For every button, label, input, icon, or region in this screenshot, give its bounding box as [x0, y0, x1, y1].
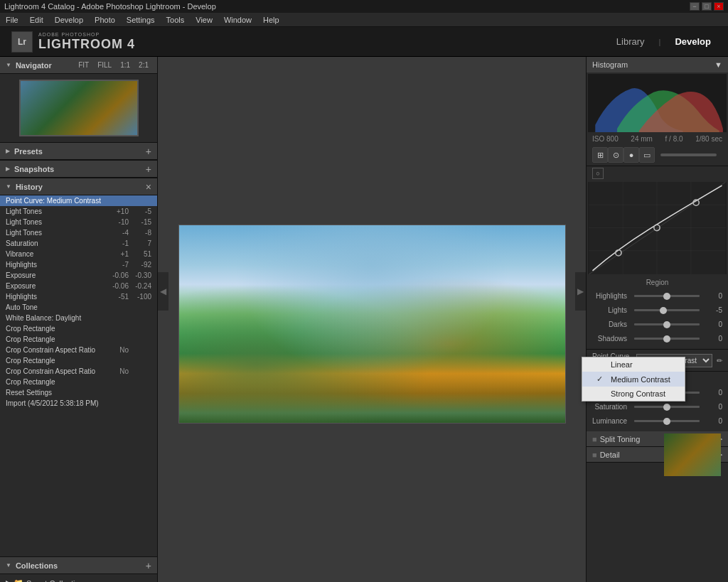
history-item[interactable]: Saturation-17: [0, 238, 157, 249]
saturation-track[interactable]: [634, 406, 700, 408]
minimize-button[interactable]: −: [690, 2, 700, 11]
lights-track[interactable]: [634, 309, 700, 311]
history-item[interactable]: Highlights-51-100: [0, 291, 157, 302]
history-item-label: Point Curve: Medium Contrast: [6, 197, 101, 205]
nav-fit-button[interactable]: FIT: [75, 60, 92, 70]
curve-canvas[interactable]: [588, 182, 727, 274]
history-header[interactable]: ▼ History ×: [0, 178, 157, 195]
nav-2to1-button[interactable]: 2:1: [136, 60, 151, 70]
history-close-button[interactable]: ×: [146, 181, 151, 193]
history-item[interactable]: Light Tones-10-15: [0, 217, 157, 227]
collections-add-button[interactable]: +: [146, 560, 151, 571]
shadows-track[interactable]: [634, 338, 700, 340]
navigator-header[interactable]: ▼ Navigator FIT FILL 1:1 2:1: [0, 57, 157, 74]
history-item[interactable]: Highlights-7-92: [0, 259, 157, 270]
snapshots-header[interactable]: ▶ Snapshots +: [0, 161, 157, 178]
history-item-v1: -7: [109, 261, 129, 269]
menu-settings[interactable]: Settings: [127, 16, 155, 24]
history-item[interactable]: Crop Constrain Aspect RatioNo: [0, 345, 157, 355]
nav-1to1-button[interactable]: 1:1: [117, 60, 133, 70]
curve-pin-icon[interactable]: ○: [592, 168, 604, 179]
history-item[interactable]: Crop Rectangle: [0, 334, 157, 345]
navigator-thumbnail[interactable]: [19, 80, 139, 136]
menu-file[interactable]: File: [6, 16, 18, 24]
history-item[interactable]: Crop Rectangle: [0, 323, 157, 334]
highlights-label: Highlights: [592, 292, 631, 300]
point-curve-dropdown-popup: Linear ✓ Medium Contrast Strong Contrast: [586, 357, 685, 402]
history-item-label: Highlights: [6, 261, 37, 269]
menu-develop[interactable]: Develop: [55, 16, 83, 24]
medium-label: Medium Contrast: [611, 375, 670, 384]
history-item-label: Vibrance: [6, 250, 33, 258]
maximize-button[interactable]: □: [702, 2, 712, 11]
dropdown-option-linear[interactable]: Linear: [586, 357, 685, 372]
presets-header[interactable]: ▶ Presets +: [0, 143, 157, 160]
history-item-values: No: [109, 346, 151, 354]
history-item[interactable]: Light Tones-4-8: [0, 227, 157, 238]
darks-thumb[interactable]: [663, 321, 670, 328]
crop-tool[interactable]: ⊞: [592, 147, 608, 163]
lights-thumb[interactable]: [660, 307, 667, 314]
history-item-values: +151: [109, 250, 151, 258]
history-item-v2: -5: [132, 208, 151, 215]
history-item[interactable]: Vibrance+151: [0, 249, 157, 259]
highlights-thumb[interactable]: [663, 293, 670, 300]
dropdown-option-medium[interactable]: ✓ Medium Contrast: [586, 372, 685, 387]
dropdown-option-strong[interactable]: Strong Contrast: [586, 387, 685, 401]
collections-header-left: ▼ Collections: [6, 561, 58, 570]
develop-module-button[interactable]: Develop: [669, 35, 717, 48]
saturation-thumb[interactable]: [663, 404, 670, 411]
history-item[interactable]: Crop Rectangle: [0, 377, 157, 387]
lr-icon: Lr: [11, 31, 33, 53]
photo-canvas[interactable]: [158, 57, 586, 582]
right-panel-toggle[interactable]: ▶: [575, 272, 586, 311]
main-layout: ▼ Navigator FIT FILL 1:1 2:1 ▶ Presets: [0, 57, 728, 582]
menu-help[interactable]: Help: [263, 16, 279, 24]
menu-photo[interactable]: Photo: [95, 16, 115, 24]
edit-curve-icon[interactable]: ✏: [717, 357, 722, 365]
close-button[interactable]: ×: [714, 2, 724, 11]
spot-heal-tool[interactable]: ⊙: [608, 147, 623, 163]
collections-header[interactable]: ▼ Collections +: [0, 557, 157, 574]
history-item[interactable]: Exposure-0.06-0.30: [0, 270, 157, 281]
collections-triangle: ▼: [6, 562, 11, 568]
detail-panel-header[interactable]: ■ Detail ▶: [587, 447, 728, 463]
collections-title: Collections: [16, 561, 58, 570]
presets-add-button[interactable]: +: [146, 146, 151, 157]
shadows-thumb[interactable]: [663, 335, 670, 343]
snapshots-add-button[interactable]: +: [146, 163, 151, 175]
graduated-filter-tool[interactable]: ▭: [639, 147, 655, 163]
history-item-label: Crop Rectangle: [6, 357, 55, 365]
history-item[interactable]: Reset Settings: [0, 387, 157, 398]
smart-collections-item[interactable]: ▶ 📁 Smart Collections: [6, 577, 151, 582]
app-name: LIGHTROOM 4: [38, 37, 135, 52]
history-item[interactable]: Auto Tone: [0, 302, 157, 313]
luminance-thumb[interactable]: [663, 418, 670, 425]
history-item-label: Crop Rectangle: [6, 325, 55, 333]
history-item-label: Exposure: [6, 271, 36, 279]
luminance-track[interactable]: [634, 420, 700, 422]
tool-amount-slider[interactable]: [660, 153, 717, 156]
menu-tools[interactable]: Tools: [166, 16, 185, 24]
app-header: Lr ADOBE PHOTOSHOP LIGHTROOM 4 Library |…: [0, 27, 728, 57]
histogram-canvas: [588, 74, 727, 132]
histogram-iso: ISO 800: [592, 135, 619, 143]
history-item[interactable]: White Balance: Daylight: [0, 313, 157, 323]
history-item[interactable]: Crop Constrain Aspect RatioNo: [0, 366, 157, 377]
darks-track[interactable]: [634, 323, 700, 325]
history-item-values: -0.06-0.24: [109, 282, 151, 290]
logo-texts: ADOBE PHOTOSHOP LIGHTROOM 4: [38, 32, 135, 52]
history-item[interactable]: Crop Rectangle: [0, 355, 157, 366]
nav-fill-button[interactable]: FILL: [95, 60, 114, 70]
highlights-track[interactable]: [634, 295, 700, 297]
library-module-button[interactable]: Library: [611, 35, 651, 48]
history-item[interactable]: Exposure-0.06-0.24: [0, 281, 157, 291]
menu-edit[interactable]: Edit: [30, 16, 43, 24]
menu-view[interactable]: View: [196, 16, 213, 24]
history-item[interactable]: Point Curve: Medium Contrast: [0, 195, 157, 206]
history-item[interactable]: Import (4/5/2012 5:38:18 PM): [0, 398, 157, 409]
history-item[interactable]: Light Tones+10-5: [0, 206, 157, 217]
redeye-tool[interactable]: ●: [623, 147, 639, 163]
menu-window[interactable]: Window: [224, 16, 252, 24]
left-panel-toggle[interactable]: ◀: [158, 272, 168, 311]
